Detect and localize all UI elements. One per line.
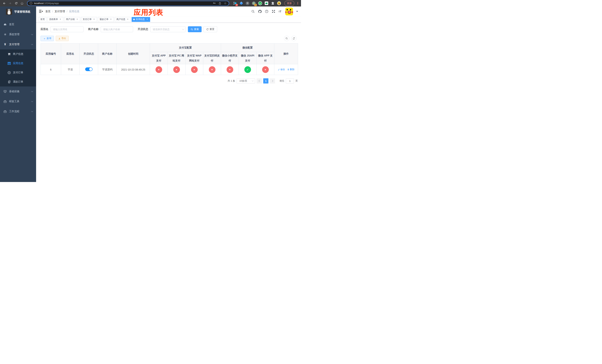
tag-item-2[interactable]: 用户分组×: [64, 17, 80, 22]
search-button[interactable]: 搜索: [188, 26, 202, 32]
sidebar-menu: 首页 系统管理 ¥ 支付管理: [0, 20, 36, 117]
page-content: 应用名 商户名称 开启状态 搜索 重置: [36, 22, 301, 182]
app-navbar: 首页 / 支付管理 / 应用信息 应用列表 TT: [36, 7, 301, 16]
documents-icon: [8, 80, 11, 83]
chrome-update-button[interactable]: 更新: [284, 1, 294, 6]
breadcrumb-section[interactable]: 支付管理: [55, 10, 65, 13]
cell-create-time: 2021-10-23 08:49:25: [117, 64, 150, 75]
close-icon[interactable]: ×: [127, 18, 129, 21]
status-cell: ×: [185, 64, 203, 75]
status-toggle[interactable]: [85, 67, 93, 71]
browser-back-button[interactable]: [2, 1, 7, 6]
shop-icon: [8, 53, 11, 55]
col-header-wechat-mini: 微信小程序支付: [221, 52, 239, 64]
sidebar-item-payment[interactable]: ¥ 支付管理: [0, 39, 36, 49]
group-header-alipay: 支付宝配置: [150, 43, 221, 52]
tag-item-6[interactable]: 应用信息×: [132, 17, 150, 22]
sidebar-item-merchant-info[interactable]: 商户信息: [0, 49, 36, 59]
edit-button[interactable]: 修改: [278, 68, 285, 71]
tag-item-3[interactable]: 支付订单×: [81, 17, 97, 22]
browser-home-button[interactable]: [20, 1, 24, 6]
gem-extension-icon[interactable]: [239, 1, 243, 5]
gear-icon: [3, 33, 7, 36]
close-icon[interactable]: ×: [93, 18, 95, 21]
next-page-button[interactable]: [270, 78, 275, 84]
app-logo[interactable]: 芋道管理系统: [0, 7, 36, 17]
tag-label: 流程表单: [49, 18, 58, 21]
extensions-area: 10 ⌘ 1 y: [233, 1, 281, 5]
close-icon[interactable]: ×: [146, 18, 149, 21]
sidebar-item-refund-order[interactable]: 退款订单: [0, 77, 36, 86]
grid-icon: [8, 62, 11, 65]
page-number-active[interactable]: 1: [263, 78, 269, 84]
goto-page-input[interactable]: [286, 78, 294, 84]
extension-icon[interactable]: 10: [233, 1, 237, 5]
sidebar-item-infrastructure[interactable]: 基础设施: [0, 86, 36, 96]
toggle-search-button[interactable]: [284, 36, 289, 41]
merchant-name-input[interactable]: [101, 26, 133, 32]
export-button[interactable]: 导出: [56, 36, 69, 41]
sidebar-collapse-icon[interactable]: [39, 10, 43, 13]
browser-forward-button[interactable]: [8, 1, 13, 6]
chevron-down-icon: [31, 101, 33, 102]
delete-button[interactable]: 删除: [287, 68, 294, 71]
close-icon[interactable]: ×: [76, 18, 78, 21]
bookmark-star-icon[interactable]: ☆: [224, 2, 226, 5]
site-info-icon[interactable]: [30, 2, 32, 5]
caret-down-icon[interactable]: [296, 11, 298, 13]
app-table: 应用编号 应用名 开启状态 商户名称 创建时间 支付宝配置 微信配置 操作 支付…: [41, 43, 298, 75]
chat-extension-icon[interactable]: [264, 1, 269, 5]
command-extension-icon[interactable]: ⌘: [246, 1, 249, 5]
y-extension-icon[interactable]: y: [258, 1, 262, 5]
share-icon[interactable]: [218, 2, 221, 5]
table-row: 6 芋道 芋道源码 2021-10-23 08:49:25 × × × × × …: [41, 64, 298, 75]
url-text: localhost:1024/pay/app: [34, 2, 59, 5]
tag-item-4[interactable]: 退款订单×: [98, 17, 114, 22]
search-icon[interactable]: [251, 10, 255, 13]
payment-submenu: 商户信息 应用信息 ¥ 支付订单: [0, 49, 36, 86]
close-icon[interactable]: ×: [110, 18, 112, 21]
profile-avatar-icon[interactable]: [277, 1, 281, 5]
sidebar-item-workflow[interactable]: 工作流程: [0, 107, 36, 117]
font-size-icon[interactable]: TT: [279, 10, 281, 13]
status-select[interactable]: [150, 26, 185, 32]
app-name-input[interactable]: [51, 26, 84, 32]
github-icon[interactable]: [258, 10, 262, 13]
sidebar-item-home[interactable]: 首页: [0, 20, 36, 30]
tags-bar: 首页流程表单×用户分组×支付订单×退款订单×商户信息×应用信息×: [36, 16, 301, 22]
tag-item-1[interactable]: 流程表单×: [47, 17, 63, 22]
sidebar-item-system[interactable]: 系统管理: [0, 30, 36, 39]
sidebar-item-dev-tools[interactable]: 研发工具: [0, 96, 36, 107]
refresh-button[interactable]: [291, 36, 297, 41]
logo-image: [6, 9, 12, 15]
tag-item-5[interactable]: 商户信息×: [115, 17, 131, 22]
sidebar-item-pay-order[interactable]: ¥ 支付订单: [0, 68, 36, 77]
page-suffix-label: 页: [295, 79, 298, 83]
prev-page-button[interactable]: [257, 78, 262, 84]
user-avatar[interactable]: [285, 8, 293, 15]
add-button[interactable]: ＋ 新增: [41, 36, 54, 41]
extensions-puzzle-icon[interactable]: [271, 1, 275, 5]
col-header-app-name: 应用名: [61, 43, 80, 64]
group-header-wechat: 微信配置: [221, 43, 274, 52]
close-icon[interactable]: ×: [59, 18, 62, 21]
status-cell: ×: [168, 64, 185, 75]
breadcrumb-home[interactable]: 首页: [45, 10, 51, 13]
browser-reload-button[interactable]: [14, 1, 19, 6]
fullscreen-icon[interactable]: [272, 10, 275, 13]
col-header-alipay-pc: 支付宝 PC 网站支付: [168, 52, 185, 64]
chevron-down-icon: [31, 34, 33, 35]
password-key-icon[interactable]: [213, 2, 216, 5]
tag-item-0[interactable]: 首页: [39, 17, 46, 22]
recorder-extension-icon[interactable]: 1: [252, 1, 256, 5]
help-icon[interactable]: [265, 10, 269, 13]
total-count: 共 1 条: [228, 79, 235, 83]
status-fail-icon: ×: [262, 66, 269, 73]
address-bar[interactable]: localhost:1024/pay/app ☆: [27, 1, 229, 6]
page-size-select[interactable]: 10条/页: [236, 78, 255, 84]
browser-menu-icon[interactable]: ⋮: [296, 1, 299, 5]
sidebar: 芋道管理系统 首页 系统管理 ¥ 支付管理: [0, 7, 36, 182]
status-select-input[interactable]: [150, 26, 185, 32]
reset-button[interactable]: 重置: [204, 26, 217, 32]
sidebar-item-app-info[interactable]: 应用信息: [0, 59, 36, 68]
